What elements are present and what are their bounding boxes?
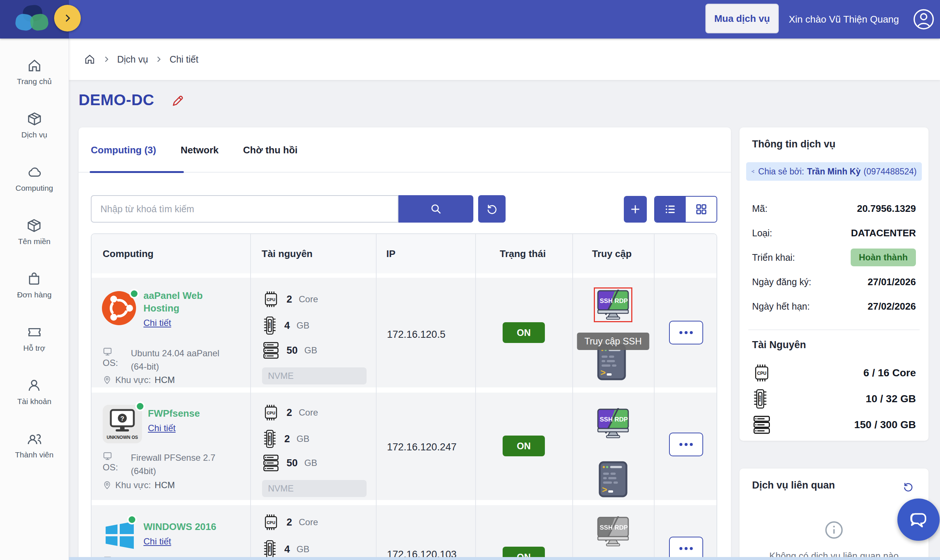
computing-table: Computing Tài nguyên IP Trạng thái Truy … xyxy=(91,233,717,560)
buy-service-button[interactable]: Mua dịch vụ xyxy=(705,4,779,33)
access-cell xyxy=(572,505,654,560)
status-cell: ON xyxy=(475,278,572,388)
col-header-actions xyxy=(652,234,716,273)
chat-bubbles-icon xyxy=(907,508,930,531)
sidebar-item-domains[interactable]: Tên miền xyxy=(18,218,51,246)
ssh-rdp-icon xyxy=(597,290,630,320)
column-divider xyxy=(250,234,251,559)
ssh-rdp-icon[interactable] xyxy=(597,408,630,438)
sidebar-item-services[interactable]: Dịch vụ xyxy=(21,111,47,139)
actions-cell xyxy=(654,392,717,500)
active-tab-underline xyxy=(90,171,184,173)
search-button[interactable] xyxy=(398,195,473,223)
ram-unit: GB xyxy=(296,544,310,554)
sidebar-item-home[interactable]: Trang chủ xyxy=(17,58,52,86)
info-row-deploy: Triển khai: Hoàn thành xyxy=(752,245,916,270)
tab-pending-reclaim[interactable]: Chờ thu hồi xyxy=(231,128,310,172)
share-icon xyxy=(751,167,755,176)
power-status-button[interactable]: ON xyxy=(503,322,545,343)
storage-icon xyxy=(752,415,771,434)
resource-row-cpu: 6 / 16 Core xyxy=(752,360,916,386)
code-label: Mã: xyxy=(752,203,768,214)
more-actions-button[interactable] xyxy=(669,321,703,345)
info-circle-icon xyxy=(824,520,844,540)
refresh-icon[interactable] xyxy=(903,481,914,492)
sidebar-item-orders[interactable]: Đơn hàng xyxy=(17,271,51,299)
horizontal-scrollbar[interactable] xyxy=(69,557,940,560)
breadcrumb-services[interactable]: Dịch vụ xyxy=(117,54,148,65)
detail-link[interactable]: Chi tiết xyxy=(144,536,171,547)
shared-by-badge: Chia sẻ bởi: Trần Minh Kỳ (0974488524) xyxy=(746,162,922,181)
chat-support-button[interactable] xyxy=(897,498,940,541)
status-cell: ON xyxy=(475,505,572,560)
info-row-expires: Ngày hết hạn: 27/02/2026 xyxy=(752,294,916,318)
greeting-text: Xin chào Vũ Thiện Quang xyxy=(789,14,899,25)
detail-link[interactable]: Chi tiết xyxy=(148,423,176,433)
resources-cell: 2Core 2GB 50GB NVME xyxy=(250,392,376,500)
console-access-icon[interactable] xyxy=(598,461,628,498)
detail-link[interactable]: Chi tiết xyxy=(144,318,171,328)
tab-network-label: Network xyxy=(181,145,219,156)
ram-icon xyxy=(262,539,278,559)
cpu-icon xyxy=(262,513,280,531)
ram-value: 4 xyxy=(284,320,290,331)
refresh-list-button[interactable] xyxy=(478,195,506,223)
sidebar-item-support[interactable]: Hỗ trợ xyxy=(23,325,45,352)
ip-address: 172.16.120.247 xyxy=(387,442,457,453)
more-actions-button[interactable] xyxy=(669,537,703,560)
list-view-button[interactable] xyxy=(655,197,686,222)
tab-computing[interactable]: Computing (3) xyxy=(79,128,168,172)
expires-label: Ngày hết hạn: xyxy=(752,301,810,312)
sidebar-item-account[interactable]: Tài khoản xyxy=(17,378,51,406)
sidebar-item-label: Tên miền xyxy=(18,237,51,246)
more-actions-button[interactable] xyxy=(669,432,703,456)
map-pin-icon xyxy=(103,481,111,490)
plus-icon xyxy=(630,203,641,215)
resource-row-disk: 150 / 300 GB xyxy=(752,412,916,438)
sidebar-item-computing[interactable]: Computing xyxy=(15,165,53,192)
ram-unit: GB xyxy=(296,434,310,444)
ram-icon xyxy=(752,388,769,410)
shared-by-prefix: Chia sẻ bởi: xyxy=(758,167,804,177)
column-divider xyxy=(572,234,573,559)
disk-type-badge: NVME xyxy=(262,480,367,497)
monitor-icon xyxy=(103,451,112,461)
edit-title-icon[interactable] xyxy=(171,95,184,108)
resources-cell: 2Core 4GB 50GB NVME xyxy=(250,278,376,388)
tab-network[interactable]: Network xyxy=(168,128,231,172)
ellipsis-icon xyxy=(685,547,688,550)
grid-icon xyxy=(695,203,708,215)
sidebar-item-label: Computing xyxy=(15,184,53,192)
column-divider xyxy=(376,234,377,559)
ssh-rdp-access-button[interactable] xyxy=(594,288,632,322)
server-name[interactable]: FWPfsense xyxy=(148,408,241,420)
sidebar-item-members[interactable]: Thành viên xyxy=(15,431,54,459)
server-name[interactable]: aaPanel Web Hosting xyxy=(144,290,240,315)
info-row-code: Mã: 20.7956.1329 xyxy=(752,196,916,221)
sidebar-item-label: Tài khoản xyxy=(17,397,51,406)
deploy-label: Triển khai: xyxy=(752,252,795,263)
add-service-button[interactable] xyxy=(624,196,647,223)
sidebar-item-label: Hỗ trợ xyxy=(23,344,45,352)
table-row: WINDOWS 2016 Chi tiết Windows Server 201… xyxy=(91,505,716,560)
user-avatar-button[interactable] xyxy=(912,8,935,30)
status-dot xyxy=(130,289,139,298)
refresh-icon xyxy=(486,203,498,215)
grid-view-button[interactable] xyxy=(686,197,716,222)
cpu-value: 2 xyxy=(287,517,292,528)
sidebar-item-label: Dịch vụ xyxy=(21,130,47,139)
computing-cell: aaPanel Web Hosting Chi tiết OS: Ubuntu … xyxy=(91,278,250,388)
home-icon[interactable] xyxy=(84,53,96,65)
server-name[interactable]: WINDOWS 2016 xyxy=(144,521,244,533)
search-input[interactable] xyxy=(91,195,398,223)
power-status-button[interactable]: ON xyxy=(503,435,545,456)
list-icon xyxy=(664,203,677,215)
computing-cell: WINDOWS 2016 Chi tiết Windows Server 201… xyxy=(91,505,250,560)
ticket-icon xyxy=(27,325,42,340)
sidebar-toggle-button[interactable] xyxy=(54,5,81,31)
actions-cell xyxy=(654,505,717,560)
ssh-rdp-icon-disabled xyxy=(597,516,630,547)
region-label: Khu vực: xyxy=(115,375,151,385)
ip-cell: 172.16.120.247 xyxy=(376,392,475,500)
type-label: Loại: xyxy=(752,228,772,238)
